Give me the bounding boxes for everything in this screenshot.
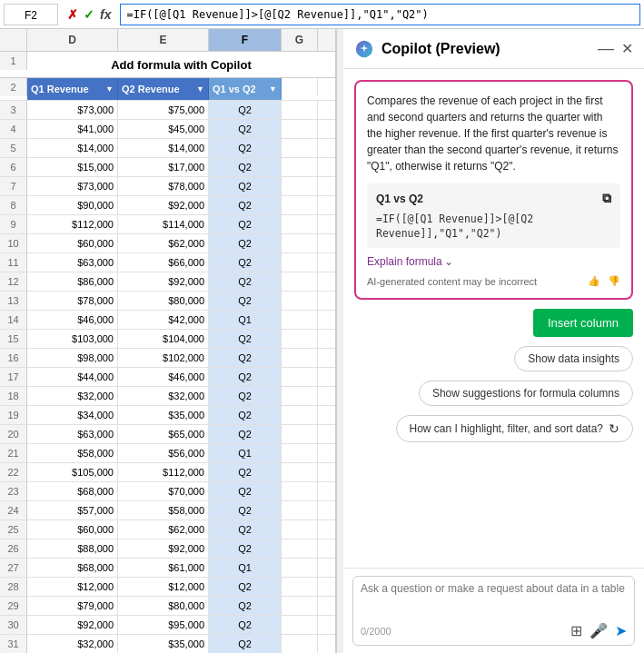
cell-e-9[interactable]: $114,000 [118,215,209,233]
cell-reference-box[interactable]: F2 [4,4,58,25]
send-icon[interactable]: ➤ [615,622,627,639]
cell-f-22[interactable]: Q2 [209,463,282,481]
cell-d-6[interactable]: $15,000 [27,158,118,176]
cell-f-30[interactable]: Q2 [209,616,282,634]
col-label-q1-vs-q2[interactable]: Q1 vs Q2 ▼ [209,78,282,100]
col-label-q2-revenue[interactable]: Q2 Revenue ▼ [118,78,209,100]
q2-dropdown-arrow[interactable]: ▼ [196,84,204,94]
cell-d-28[interactable]: $12,000 [27,578,118,596]
cell-d-9[interactable]: $112,000 [27,215,118,233]
cell-e-7[interactable]: $78,000 [118,177,209,195]
q1-dropdown-arrow[interactable]: ▼ [105,84,114,94]
cell-e-15[interactable]: $104,000 [118,330,209,348]
cell-e-23[interactable]: $70,000 [118,482,209,500]
cell-f-23[interactable]: Q2 [209,482,282,500]
cell-e-6[interactable]: $17,000 [118,158,209,176]
cell-f-3[interactable]: Q2 [209,101,282,119]
cell-d-20[interactable]: $63,000 [27,425,118,443]
cell-f-20[interactable]: Q2 [209,425,282,443]
cell-f-31[interactable]: Q2 [209,635,282,653]
cell-f-19[interactable]: Q2 [209,406,282,424]
cell-f-4[interactable]: Q2 [209,120,282,138]
highlight-filter-sort-button[interactable]: How can I highlight, filter, and sort da… [396,415,633,442]
cell-d-17[interactable]: $44,000 [27,368,118,386]
cell-f-18[interactable]: Q2 [209,387,282,405]
cell-f-5[interactable]: Q2 [209,139,282,157]
cell-f-11[interactable]: Q2 [209,253,282,272]
cell-f-15[interactable]: Q2 [209,330,282,348]
cell-d-11[interactable]: $63,000 [27,253,118,272]
cell-d-31[interactable]: $32,000 [27,635,118,653]
cell-e-24[interactable]: $58,000 [118,501,209,519]
cell-d-30[interactable]: $92,000 [27,616,118,634]
cell-f-13[interactable]: Q2 [209,292,282,310]
cell-e-21[interactable]: $56,000 [118,444,209,462]
cell-e-20[interactable]: $65,000 [118,425,209,443]
cell-d-14[interactable]: $46,000 [27,311,118,329]
copilot-input[interactable] [361,582,627,618]
cell-d-25[interactable]: $60,000 [27,520,118,539]
q1vsq2-dropdown-arrow[interactable]: ▼ [269,84,277,94]
cell-d-24[interactable]: $57,000 [27,501,118,519]
cell-d-23[interactable]: $68,000 [27,482,118,500]
cell-f-10[interactable]: Q2 [209,234,282,252]
cell-d-4[interactable]: $41,000 [27,120,118,138]
col-header-d[interactable]: D [27,29,118,51]
col-header-g[interactable]: G [282,29,318,51]
cell-d-12[interactable]: $86,000 [27,272,118,291]
cell-d-5[interactable]: $14,000 [27,139,118,157]
cell-f-25[interactable]: Q2 [209,520,282,539]
scroll-indicator[interactable] [336,29,343,653]
cell-e-28[interactable]: $12,000 [118,578,209,596]
fx-icon[interactable]: fx [98,7,113,22]
cell-e-19[interactable]: $35,000 [118,406,209,424]
cell-d-18[interactable]: $32,000 [27,387,118,405]
cell-d-3[interactable]: $73,000 [27,101,118,119]
cell-d-26[interactable]: $88,000 [27,539,118,558]
cell-e-31[interactable]: $35,000 [118,635,209,653]
cell-f-8[interactable]: Q2 [209,196,282,214]
confirm-icon[interactable]: ✓ [82,7,96,22]
cell-d-7[interactable]: $73,000 [27,177,118,195]
cell-f-7[interactable]: Q2 [209,177,282,195]
mic-icon[interactable]: 🎤 [590,622,608,639]
cell-f-9[interactable]: Q2 [209,215,282,233]
cell-e-27[interactable]: $61,000 [118,559,209,577]
cell-f-17[interactable]: Q2 [209,368,282,386]
cell-f-28[interactable]: Q2 [209,578,282,596]
cell-e-4[interactable]: $45,000 [118,120,209,138]
cell-e-22[interactable]: $112,000 [118,463,209,481]
cell-d-13[interactable]: $78,000 [27,292,118,310]
thumbs-down-icon[interactable]: 👎 [608,275,620,287]
insert-column-button[interactable]: Insert column [533,309,633,337]
formula-input[interactable] [120,4,640,25]
cell-e-12[interactable]: $92,000 [118,272,209,291]
cell-f-14[interactable]: Q1 [209,311,282,329]
explain-formula-link[interactable]: Explain formula ⌄ [367,255,620,268]
cell-d-22[interactable]: $105,000 [27,463,118,481]
cell-e-29[interactable]: $80,000 [118,597,209,615]
show-data-insights-button[interactable]: Show data insights [514,346,633,371]
cell-d-21[interactable]: $58,000 [27,444,118,462]
col-header-f[interactable]: F [209,29,282,51]
cancel-icon[interactable]: ✗ [65,7,80,22]
cell-e-18[interactable]: $32,000 [118,387,209,405]
cell-e-14[interactable]: $42,000 [118,311,209,329]
cell-f-16[interactable]: Q2 [209,349,282,367]
thumbs-up-icon[interactable]: 👍 [588,275,600,287]
cell-e-16[interactable]: $102,000 [118,349,209,367]
cell-f-27[interactable]: Q1 [209,559,282,577]
cell-e-26[interactable]: $92,000 [118,539,209,558]
cell-d-8[interactable]: $90,000 [27,196,118,214]
cell-e-3[interactable]: $75,000 [118,101,209,119]
cell-f-24[interactable]: Q2 [209,501,282,519]
cell-d-19[interactable]: $34,000 [27,406,118,424]
cell-d-16[interactable]: $98,000 [27,349,118,367]
cell-d-27[interactable]: $68,000 [27,559,118,577]
cell-f-21[interactable]: Q1 [209,444,282,462]
cell-f-12[interactable]: Q2 [209,272,282,291]
cell-f-6[interactable]: Q2 [209,158,282,176]
cell-e-8[interactable]: $92,000 [118,196,209,214]
minimize-button[interactable]: — [598,40,614,57]
cell-d-15[interactable]: $103,000 [27,330,118,348]
